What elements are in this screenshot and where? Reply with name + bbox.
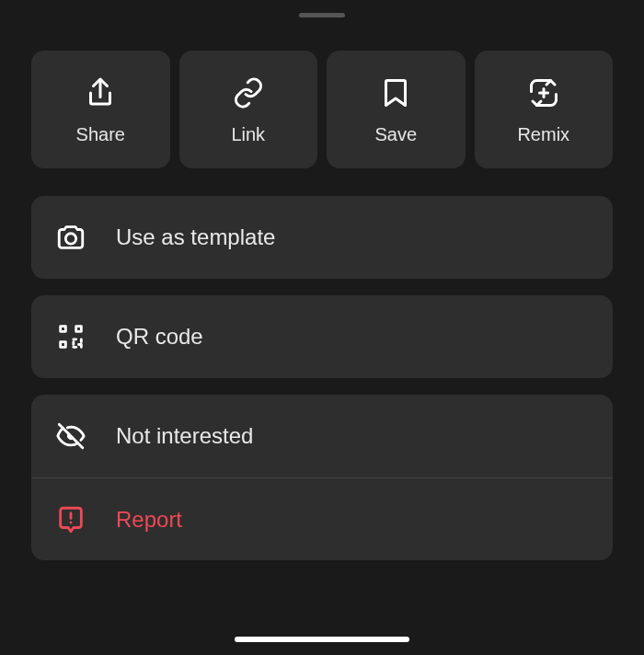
share-button[interactable]: Share — [31, 51, 170, 168]
eye-off-icon — [55, 420, 86, 452]
report-button[interactable]: Report — [31, 477, 613, 560]
menu-section-feedback: Not interested Report — [31, 395, 613, 560]
use-as-template-button[interactable]: Use as template — [31, 196, 613, 279]
remix-button[interactable]: Remix — [475, 51, 614, 168]
qr-code-label: QR code — [116, 324, 203, 350]
menu-section-qr: QR code — [31, 295, 613, 378]
qr-code-button[interactable]: QR code — [31, 295, 613, 378]
action-sheet: Share Link Save — [0, 0, 644, 655]
top-actions-row: Share Link Save — [0, 51, 644, 168]
share-label: Share — [76, 124, 125, 145]
use-as-template-label: Use as template — [116, 224, 275, 250]
camera-icon — [55, 222, 86, 253]
not-interested-label: Not interested — [116, 423, 253, 449]
report-icon — [55, 504, 86, 535]
link-icon — [232, 75, 265, 111]
svg-point-0 — [65, 234, 75, 244]
remix-label: Remix — [517, 124, 569, 145]
save-button[interactable]: Save — [327, 51, 466, 168]
not-interested-button[interactable]: Not interested — [31, 395, 613, 477]
sheet-grabber[interactable] — [299, 13, 345, 17]
bookmark-icon — [379, 75, 412, 111]
link-button[interactable]: Link — [179, 51, 318, 168]
save-label: Save — [374, 124, 417, 145]
qr-code-icon — [55, 321, 86, 352]
remix-icon — [527, 75, 560, 111]
menu-section-template: Use as template — [31, 196, 613, 279]
report-label: Report — [116, 507, 182, 533]
link-label: Link — [231, 124, 265, 145]
home-indicator[interactable] — [235, 637, 409, 642]
share-icon — [84, 75, 117, 111]
